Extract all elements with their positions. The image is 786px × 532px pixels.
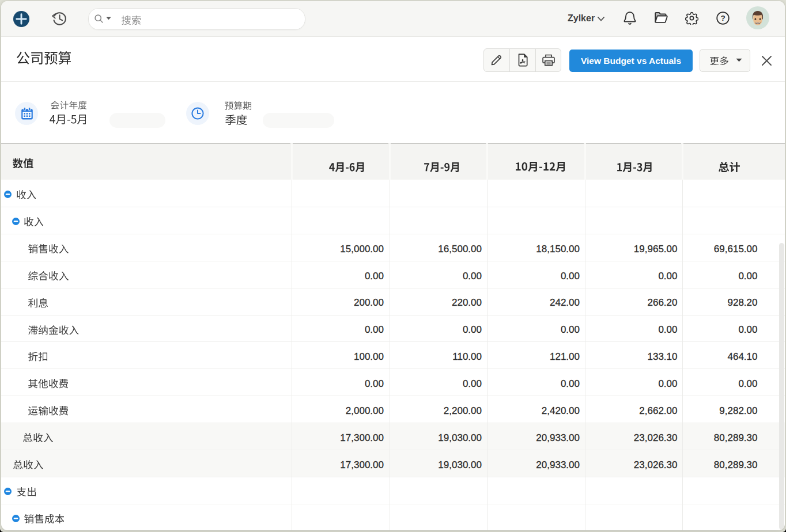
svg-text:?: ? xyxy=(720,14,725,22)
